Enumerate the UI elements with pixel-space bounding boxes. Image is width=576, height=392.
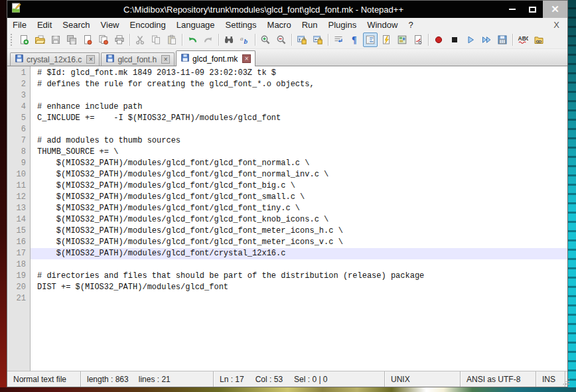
spell-check-button[interactable]: ABC xyxy=(516,33,530,47)
menu-item-view[interactable]: View xyxy=(96,19,125,31)
code-line[interactable]: $(MIOS32_PATH)/modules/glcd_font/glcd_fo… xyxy=(31,180,567,192)
macro-save-button[interactable] xyxy=(495,33,510,47)
status-column: Col : 53 xyxy=(255,375,283,384)
status-eol-format[interactable]: UNIX xyxy=(384,371,460,387)
code-line[interactable]: $(MIOS32_PATH)/modules/glcd_font/glcd_fo… xyxy=(31,192,567,203)
menu-item-settings[interactable]: Settings xyxy=(220,19,262,31)
minimize-icon xyxy=(509,9,516,10)
menu-close-document-button[interactable]: X xyxy=(553,20,559,30)
line-number: 15 xyxy=(7,226,30,237)
document-map-button[interactable] xyxy=(395,33,409,47)
open-file-button[interactable] xyxy=(33,33,47,47)
sync-vertical-scroll-button[interactable] xyxy=(295,33,309,47)
macro-record-button[interactable] xyxy=(431,33,446,47)
menu-item-file[interactable]: File xyxy=(7,19,32,31)
replace-button[interactable]: ab xyxy=(238,33,252,47)
print-button[interactable] xyxy=(112,33,127,47)
minimize-button[interactable] xyxy=(502,1,522,18)
tab-glcd-font-mk[interactable]: glcd_font.mk× xyxy=(176,50,255,66)
redo-button[interactable] xyxy=(201,33,216,47)
undo-button[interactable] xyxy=(185,33,200,47)
code-line[interactable]: $(MIOS32_PATH)/modules/glcd_font/glcd_fo… xyxy=(31,226,567,237)
code-line[interactable]: # enhance include path xyxy=(31,101,567,113)
sync-horizontal-scroll-button[interactable] xyxy=(311,33,325,47)
show-indent-guide-button[interactable] xyxy=(363,33,378,47)
save-button[interactable] xyxy=(48,33,63,47)
toolbar: ab¶ABC xyxy=(7,31,567,49)
menu-item-encoding[interactable]: Encoding xyxy=(125,19,171,31)
new-file-button[interactable] xyxy=(17,33,31,47)
lightning-doc-icon xyxy=(381,34,392,45)
macro-run-multiple-button[interactable] xyxy=(479,33,494,47)
paste-button[interactable] xyxy=(165,33,179,47)
toolbar-separator xyxy=(182,34,182,46)
menu-item-help[interactable]: ? xyxy=(403,19,418,31)
macro-play-button[interactable] xyxy=(463,33,478,47)
code-line[interactable]: $(MIOS32_PATH)/modules/glcd_font/glcd_fo… xyxy=(31,237,567,248)
code-line[interactable]: # add modules to thumb sources xyxy=(31,135,567,147)
close-file-button[interactable] xyxy=(80,33,95,47)
code-line[interactable]: $(MIOS32_PATH)/modules/glcd_font/glcd_fo… xyxy=(31,158,567,169)
tab-close-button[interactable]: × xyxy=(161,55,170,64)
tab-close-button[interactable]: × xyxy=(86,55,95,64)
code-line[interactable]: # defines the rule for creating the glcd… xyxy=(31,79,567,90)
user-defined-dialog-button[interactable] xyxy=(379,33,394,47)
code-line[interactable]: THUMB_SOURCE += \ xyxy=(31,147,567,158)
title-bar[interactable]: C:\Midibox\Repository\trunk\modules\glcd… xyxy=(7,1,567,18)
editor-area[interactable]: 123456789101112131415161718192021 # $Id:… xyxy=(7,66,567,371)
code-line[interactable]: $(MIOS32_PATH)/modules/glcd_font/glcd_fo… xyxy=(31,214,567,226)
code-line-current[interactable]: $(MIOS32_PATH)/modules/glcd_font/crystal… xyxy=(31,248,567,259)
window-controls: ✕ xyxy=(502,1,567,18)
cut-button[interactable] xyxy=(133,33,147,47)
code-line[interactable] xyxy=(31,293,567,304)
zoom-in-button[interactable] xyxy=(258,33,273,47)
function-list-button[interactable] xyxy=(411,33,425,47)
code-line[interactable]: C_INCLUDE += -I $(MIOS32_PATH)/modules/g… xyxy=(31,113,567,124)
code-line[interactable]: $(MIOS32_PATH)/modules/glcd_font/glcd_fo… xyxy=(31,169,567,180)
code-line[interactable] xyxy=(31,124,567,135)
line-number: 6 xyxy=(7,124,30,135)
menu-item-macro[interactable]: Macro xyxy=(262,19,297,31)
line-number-gutter: 123456789101112131415161718192021 xyxy=(7,66,31,371)
code-line[interactable] xyxy=(31,259,567,271)
find-button[interactable] xyxy=(222,33,236,47)
code-line[interactable] xyxy=(31,90,567,101)
code-line[interactable]: # $Id: glcd_font.mk 1849 2013-11-09 23:0… xyxy=(31,68,567,79)
tab-crystal-12x16-c[interactable]: crystal_12x16.c× xyxy=(10,52,100,66)
line-number: 17 xyxy=(7,248,30,259)
cut-icon xyxy=(135,34,145,45)
close-button[interactable]: ✕ xyxy=(543,1,567,18)
tab-close-button[interactable]: × xyxy=(242,54,251,63)
open-folder-icon xyxy=(35,34,45,45)
toolbar-grip[interactable] xyxy=(11,34,13,46)
spell-check-icon: ABC xyxy=(518,34,528,45)
menu-item-search[interactable]: Search xyxy=(57,19,95,31)
menu-item-language[interactable]: Language xyxy=(171,19,220,31)
menu-item-window[interactable]: Window xyxy=(362,19,403,31)
show-all-characters-button[interactable]: ¶ xyxy=(347,33,362,47)
close-all-button[interactable] xyxy=(96,33,111,47)
status-encoding[interactable]: ANSI as UTF-8 xyxy=(460,371,536,387)
tab-glcd-font-h[interactable]: glcd_font.h× xyxy=(101,52,175,66)
status-insert-mode[interactable]: INS xyxy=(536,371,565,387)
code-content[interactable]: # $Id: glcd_font.mk 1849 2013-11-09 23:0… xyxy=(31,66,567,371)
menu-item-edit[interactable]: Edit xyxy=(32,19,57,31)
maximize-button[interactable] xyxy=(522,1,543,18)
code-line[interactable]: DIST += $(MIOS32_PATH)/modules/glcd_font xyxy=(31,282,567,293)
menu-item-run[interactable]: Run xyxy=(297,19,323,31)
zoom-out-icon xyxy=(276,34,287,45)
zoom-out-button[interactable] xyxy=(274,33,289,47)
explorer-plugin-button[interactable] xyxy=(532,33,546,47)
code-line[interactable]: # directories and files that should be p… xyxy=(31,271,567,282)
sync-vertical-icon xyxy=(297,34,307,45)
copy-button[interactable] xyxy=(149,33,163,47)
new-file-icon xyxy=(19,34,29,45)
save-all-button[interactable] xyxy=(64,33,79,47)
line-number: 9 xyxy=(7,158,30,169)
word-wrap-button[interactable] xyxy=(331,33,346,47)
macro-stop-button[interactable] xyxy=(447,33,462,47)
menu-item-plugins[interactable]: Plugins xyxy=(323,19,362,31)
svg-text:ABC: ABC xyxy=(518,35,529,42)
resize-grip[interactable] xyxy=(565,371,571,387)
code-line[interactable]: $(MIOS32_PATH)/modules/glcd_font/glcd_fo… xyxy=(31,203,567,214)
